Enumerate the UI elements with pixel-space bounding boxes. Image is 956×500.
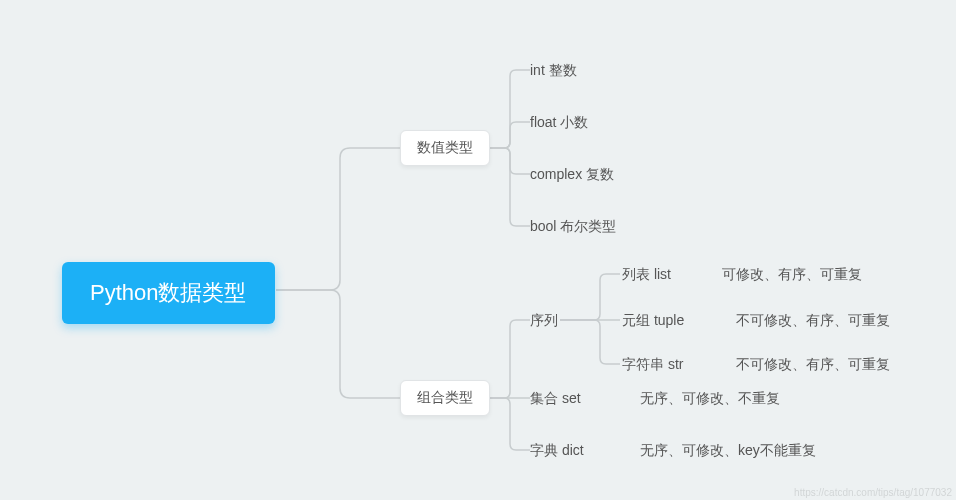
- category-composite-label: 组合类型: [417, 389, 473, 407]
- leaf-dict-attr: 无序、可修改、key不能重复: [640, 442, 816, 460]
- leaf-set-attr: 无序、可修改、不重复: [640, 390, 780, 408]
- category-numeric-label: 数值类型: [417, 139, 473, 157]
- leaf-complex: complex 复数: [530, 166, 614, 184]
- leaf-list-attr: 可修改、有序、可重复: [722, 266, 862, 284]
- leaf-int: int 整数: [530, 62, 577, 80]
- leaf-dict: 字典 dict: [530, 442, 584, 460]
- leaf-str: 字符串 str: [622, 356, 683, 374]
- root-node[interactable]: Python数据类型: [62, 262, 275, 324]
- leaf-float: float 小数: [530, 114, 588, 132]
- leaf-sequence: 序列: [530, 312, 558, 330]
- leaf-list: 列表 list: [622, 266, 671, 284]
- leaf-bool: bool 布尔类型: [530, 218, 616, 236]
- root-label: Python数据类型: [90, 278, 247, 308]
- leaf-tuple-attr: 不可修改、有序、可重复: [736, 312, 890, 330]
- leaf-str-attr: 不可修改、有序、可重复: [736, 356, 890, 374]
- category-composite-node[interactable]: 组合类型: [400, 380, 490, 416]
- leaf-tuple: 元组 tuple: [622, 312, 684, 330]
- leaf-set: 集合 set: [530, 390, 581, 408]
- connector-lines: [0, 0, 956, 500]
- category-numeric-node[interactable]: 数值类型: [400, 130, 490, 166]
- watermark-text: https://catcdn.com/tips/tag/1077032: [794, 487, 952, 498]
